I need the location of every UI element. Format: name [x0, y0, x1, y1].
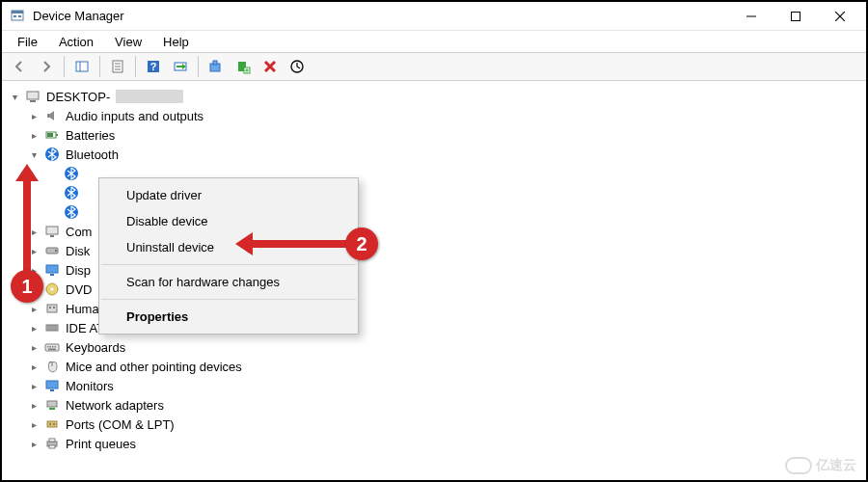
ctx-separator: [101, 264, 356, 265]
annotation-arrowhead-up: [15, 164, 39, 181]
maximize-icon: [791, 12, 800, 21]
ctx-properties[interactable]: Properties: [99, 304, 358, 330]
chevron-right-icon[interactable]: ▸: [27, 417, 41, 431]
close-icon: [835, 12, 845, 21]
minimize-button[interactable]: [729, 2, 773, 31]
tree-item-print[interactable]: ▸ Print queues: [27, 434, 860, 453]
chevron-right-icon[interactable]: ▸: [27, 302, 41, 315]
tree-item-mice[interactable]: ▸ Mice and other pointing devices: [27, 357, 860, 376]
tree-item-batteries[interactable]: ▸ Batteries: [27, 125, 860, 145]
toolbar-separator: [64, 56, 65, 77]
svg-rect-55: [52, 346, 54, 348]
svg-rect-27: [30, 100, 36, 102]
svg-rect-39: [46, 265, 58, 273]
svg-rect-40: [50, 274, 54, 276]
tree-root-label: DESKTOP-: [44, 89, 112, 105]
toolbar-separator: [135, 56, 136, 77]
svg-rect-57: [48, 349, 56, 351]
menu-bar: File Action View Help: [2, 31, 866, 52]
menu-help[interactable]: Help: [153, 33, 199, 51]
chevron-right-icon[interactable]: ▸: [27, 321, 41, 335]
help-icon: ?: [146, 59, 161, 74]
toolbar-refresh-button[interactable]: [285, 55, 309, 78]
chevron-right-icon[interactable]: ▸: [27, 109, 41, 122]
chevron-down-icon[interactable]: ▾: [8, 90, 21, 103]
tree-item-monitors[interactable]: ▸ Monitors: [27, 376, 860, 395]
svg-point-42: [51, 288, 54, 291]
scan-icon: [173, 59, 188, 74]
bluetooth-icon: [64, 166, 79, 181]
svg-rect-45: [53, 307, 55, 308]
redacted-hostname: [116, 90, 183, 103]
ctx-separator: [101, 299, 356, 300]
ide-icon: [44, 320, 60, 335]
toolbar-update-driver-button[interactable]: [204, 55, 228, 78]
svg-rect-44: [49, 307, 51, 308]
add-hardware-icon: [235, 59, 251, 74]
annotation-arrow: [251, 240, 347, 248]
annotation-step-1: 1: [11, 270, 43, 303]
svg-rect-54: [50, 346, 52, 348]
svg-rect-62: [49, 408, 55, 410]
toolbar-add-hardware-button[interactable]: [231, 55, 255, 78]
printer-icon: [44, 436, 60, 451]
annotation-step-2: 2: [345, 228, 378, 260]
title-bar[interactable]: Device Manager: [2, 2, 866, 31]
hid-icon: [44, 301, 60, 316]
svg-rect-18: [213, 61, 217, 65]
svg-rect-56: [55, 346, 57, 348]
svg-rect-59: [46, 381, 58, 388]
refresh-icon: [289, 59, 305, 74]
toolbar-properties-button[interactable]: [106, 55, 129, 78]
back-icon: [12, 59, 27, 74]
toolbar: ?: [2, 52, 866, 81]
svg-point-64: [49, 423, 51, 425]
svg-rect-30: [47, 133, 53, 137]
keyboard-icon: [44, 339, 60, 355]
tree-item-ports[interactable]: ▸ Ports (COM & LPT): [27, 415, 860, 434]
tree-item-audio[interactable]: ▸ Audio inputs and outputs: [27, 106, 860, 125]
toolbar-scan-button[interactable]: [169, 55, 192, 78]
tree-item-bluetooth[interactable]: ▾ Bluetooth: [27, 145, 860, 164]
chevron-right-icon[interactable]: ▸: [27, 360, 41, 373]
tree-item-network[interactable]: ▸ Network adapters: [27, 395, 860, 415]
window-frame: Device Manager File Action View Help: [0, 0, 868, 482]
toolbar-forward-button[interactable]: [35, 55, 58, 78]
svg-text:?: ?: [150, 61, 157, 72]
maximize-button[interactable]: [773, 2, 818, 31]
display-adapter-icon: [44, 262, 60, 278]
svg-rect-43: [47, 305, 57, 312]
menu-action[interactable]: Action: [49, 33, 103, 51]
chevron-right-icon[interactable]: ▸: [27, 398, 41, 412]
ctx-update-driver[interactable]: Update driver: [99, 182, 358, 208]
battery-icon: [44, 127, 60, 143]
chevron-right-icon[interactable]: ▸: [27, 379, 41, 392]
tree-item-keyboards[interactable]: ▸ Keyboards: [27, 337, 860, 357]
bluetooth-icon: [64, 185, 79, 201]
chevron-right-icon[interactable]: ▸: [27, 340, 41, 354]
svg-rect-26: [27, 92, 39, 99]
chevron-down-icon[interactable]: ▾: [27, 147, 41, 161]
tree-root-node[interactable]: ▾ DESKTOP-: [8, 87, 860, 106]
menu-view[interactable]: View: [105, 33, 151, 51]
svg-rect-53: [47, 346, 49, 348]
ctx-scan-hardware[interactable]: Scan for hardware changes: [99, 269, 358, 295]
svg-rect-35: [46, 227, 58, 234]
svg-rect-1: [12, 11, 23, 13]
minimize-icon: [746, 12, 756, 21]
toolbar-back-button[interactable]: [8, 55, 31, 78]
svg-rect-29: [56, 134, 58, 136]
toolbar-show-hidden-button[interactable]: [70, 55, 94, 78]
close-button[interactable]: [818, 2, 862, 31]
toolbar-uninstall-button[interactable]: [258, 55, 282, 78]
chevron-right-icon[interactable]: ▸: [27, 128, 41, 142]
chevron-right-icon[interactable]: ▸: [27, 437, 41, 450]
bluetooth-icon: [44, 147, 60, 162]
svg-rect-67: [49, 439, 55, 442]
ctx-disable-device[interactable]: Disable device: [99, 208, 358, 234]
svg-rect-2: [14, 15, 16, 17]
menu-file[interactable]: File: [8, 33, 47, 51]
annotation-arrowhead-left: [235, 232, 253, 255]
toolbar-help-button[interactable]: ?: [142, 55, 165, 78]
svg-rect-5: [792, 12, 800, 20]
